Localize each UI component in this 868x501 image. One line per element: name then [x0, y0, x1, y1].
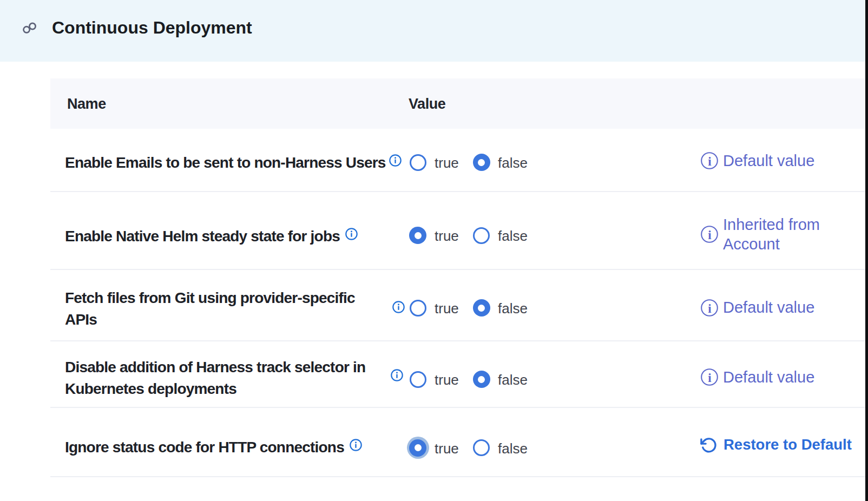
svg-text:i: i: [708, 301, 712, 315]
svg-text:i: i: [708, 371, 712, 385]
svg-text:i: i: [708, 228, 712, 242]
svg-text:i: i: [708, 155, 712, 168]
